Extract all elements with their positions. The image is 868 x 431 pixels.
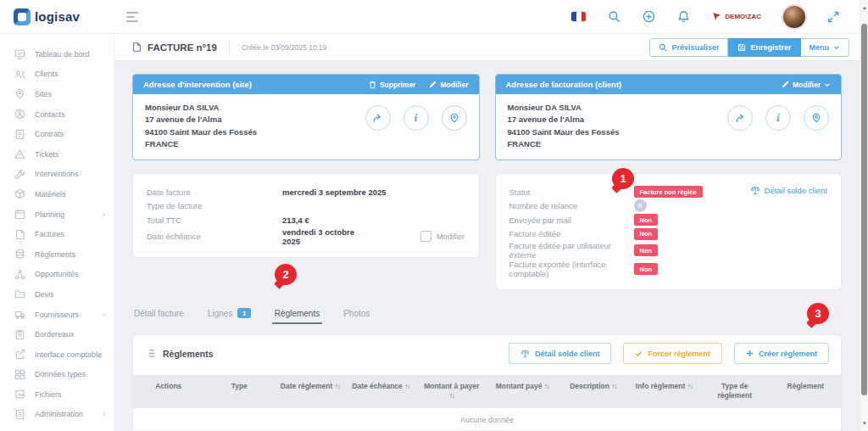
fullscreen-icon[interactable] (827, 11, 839, 23)
billing-address-text: Monsieur DA SILVA 17 avenue de l'Alma 94… (508, 102, 620, 150)
sort-icon[interactable]: ↑↓ (335, 383, 340, 390)
trash-icon (369, 81, 376, 89)
sent-by-mail-badge: Non (634, 214, 659, 226)
logo-icon (14, 8, 31, 25)
sidebar-item-interventions[interactable]: Interventions (0, 165, 114, 185)
payments-panel: Règlements Détail solde client Forcer rè… (132, 334, 842, 431)
calendar-icon (14, 209, 25, 220)
info-button[interactable]: i (765, 105, 791, 131)
sidebar-toggle-icon[interactable] (126, 12, 138, 22)
checkbox-label: Modifier (437, 232, 465, 241)
add-icon[interactable] (643, 10, 655, 23)
annotation-1: 1 (612, 168, 634, 189)
sidebar: Tableau de bord Clients Sites Contacts C… (0, 34, 114, 431)
annotation-3: 3 (807, 303, 829, 324)
scrollbar-up-arrow[interactable]: ▲ (860, 5, 868, 10)
sidebar-item-administration[interactable]: Administration› (0, 405, 114, 425)
edit-billing-address-button[interactable]: Modifier (782, 81, 831, 89)
scrollbar-thumb[interactable] (861, 24, 867, 395)
contact-icon (14, 109, 25, 120)
search-icon[interactable] (608, 10, 620, 23)
external-edited-badge: Non (634, 244, 659, 256)
tab-photos[interactable]: Photos (343, 308, 370, 324)
lines-count-badge: 1 (237, 308, 250, 318)
list-icon (145, 348, 156, 359)
sort-icon[interactable]: ↑↓ (449, 392, 454, 400)
detail-balance-link[interactable]: Détail solde client (750, 185, 827, 195)
sidebar-item-reglements[interactable]: Règlements (0, 244, 114, 265)
sidebar-item-fournisseurs[interactable]: Fournisseurs› (0, 305, 114, 325)
current-user[interactable]: DEMO\ZAC (712, 12, 761, 21)
delete-address-button[interactable]: Supprimer (369, 81, 416, 89)
create-payment-button[interactable]: Créer règlement (734, 343, 829, 364)
warning-triangle-icon (14, 148, 25, 160)
sidebar-item-devis[interactable]: Devis (0, 284, 114, 305)
sidebar-item-opportunites[interactable]: Opportunités (0, 265, 114, 285)
edited-badge: Non (634, 228, 659, 240)
column-montant-paye[interactable]: Montant payé ↑↓ (487, 375, 559, 408)
info-button[interactable]: i (403, 105, 429, 131)
edit-address-button[interactable]: Modifier (429, 81, 468, 89)
sidebar-item-donnees-types[interactable]: Données types (0, 365, 114, 385)
map-pin-button[interactable] (804, 105, 829, 131)
share-route-button[interactable] (727, 105, 753, 131)
sidebar-item-sites[interactable]: Sites (0, 84, 114, 104)
share-route-button[interactable] (365, 105, 391, 131)
notifications-bell-icon[interactable] (677, 10, 690, 23)
intervention-address-card: Adresse d'intervention (site) Supprimer … (132, 74, 480, 160)
field-label: Facture éditée (509, 229, 634, 238)
sidebar-item-planning[interactable]: Planning› (0, 204, 114, 225)
force-payment-button[interactable]: Forcer règlement (623, 343, 722, 364)
created-date: Créée le 03/09/2025 10:19 (242, 43, 327, 52)
column-montant-a-payer[interactable]: Montant à payer ↑↓ (416, 375, 487, 408)
column-description[interactable]: Description ↑↓ (558, 375, 629, 408)
column-type: Type (204, 375, 275, 408)
contract-icon (14, 129, 25, 140)
map-pin-button[interactable] (442, 105, 467, 131)
sidebar-item-materiels[interactable]: Matériels (0, 184, 114, 204)
sort-icon[interactable]: ↑↓ (404, 383, 409, 390)
panel-title: Règlements (163, 349, 214, 359)
sort-icon[interactable]: ↑↓ (611, 383, 616, 390)
save-button[interactable]: Enregistrer (728, 38, 800, 57)
column-info-reglement[interactable]: Info règlement ↑↓ (629, 375, 700, 408)
sort-icon[interactable]: ↑↓ (687, 383, 693, 390)
sidebar-item-contacts[interactable]: Contacts (0, 104, 114, 125)
dashboard-icon (14, 48, 25, 59)
menu-button[interactable]: Menu (801, 38, 850, 57)
user-avatar[interactable] (783, 6, 805, 28)
app-logo[interactable]: logisav (0, 8, 114, 25)
column-date-reglement[interactable]: Date règlement ↑↓ (275, 375, 346, 408)
page-scrollbar[interactable]: ▲ ▼ (860, 0, 868, 431)
user-label: DEMO\ZAC (725, 13, 761, 20)
field-label: Type de facture (147, 201, 282, 210)
sidebar-item-bordereaux[interactable]: Bordereaux (0, 324, 114, 344)
forward-arrow-icon (372, 113, 383, 124)
sidebar-item-factures[interactable]: Factures (0, 224, 114, 244)
plus-icon (746, 350, 754, 357)
billing-address-card: Adresse de facturation (client) Modifier… (495, 74, 843, 160)
sidebar-item-contrats[interactable]: Contrats (0, 124, 114, 144)
sidebar-item-interface-comptable[interactable]: Interface comptable (0, 344, 114, 365)
invoice-file-icon (14, 229, 25, 240)
payments-table-header: Actions Type Date règlement ↑↓ Date éché… (133, 375, 841, 408)
sidebar-item-tableau-de-bord[interactable]: Tableau de bord (0, 44, 114, 64)
tab-lignes[interactable]: Lignes1 (208, 308, 251, 324)
column-actions: Actions (133, 375, 204, 408)
sort-icon[interactable]: ↑↓ (544, 383, 549, 390)
tab-reglements[interactable]: Règlements (275, 308, 320, 324)
sidebar-item-clients[interactable]: Clients (0, 64, 114, 85)
detail-balance-button[interactable]: Détail solde client (509, 343, 612, 364)
intervention-address-title: Adresse d'intervention (site) (143, 80, 252, 89)
edit-due-date-checkbox[interactable] (420, 231, 431, 242)
sidebar-item-fichiers[interactable]: Fichiers (0, 384, 114, 405)
main-content: FACTURE n°19 Créée le 03/09/2025 10:19 P… (114, 34, 860, 431)
scrollbar-down-arrow[interactable]: ▼ (860, 421, 868, 426)
sidebar-item-tickets[interactable]: Tickets (0, 144, 114, 165)
column-date-echeance[interactable]: Date échéance ↑↓ (346, 375, 417, 408)
preview-button[interactable]: Prévisualiser (649, 38, 728, 57)
scales-icon (750, 185, 760, 195)
language-flag-icon[interactable] (571, 12, 586, 21)
chevron-right-icon: › (103, 311, 105, 319)
tab-detail-facture[interactable]: Détail facture (134, 308, 184, 324)
